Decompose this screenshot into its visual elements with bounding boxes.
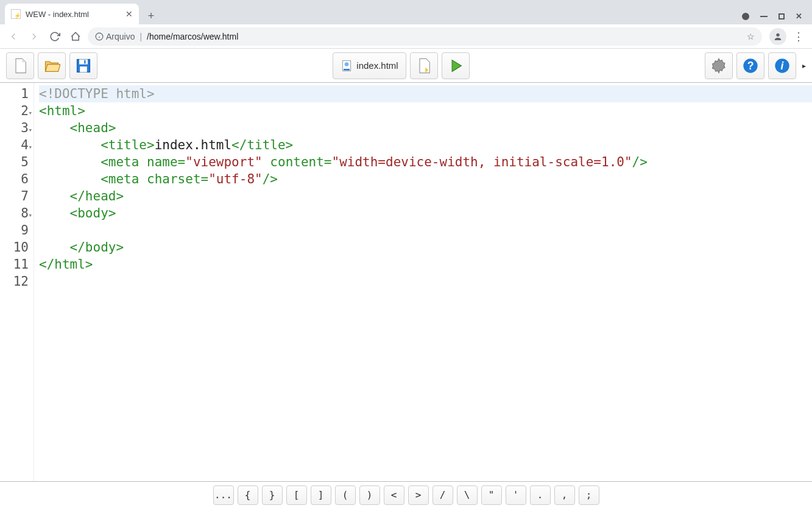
gutter-line: 3▾ bbox=[0, 119, 31, 136]
code-line[interactable]: </head> bbox=[39, 188, 812, 205]
code-line[interactable]: <!DOCTYPE html> bbox=[39, 85, 812, 102]
char-button[interactable]: } bbox=[262, 485, 283, 505]
address-path: /home/marcos/wew.html bbox=[147, 32, 238, 41]
char-button[interactable]: / bbox=[432, 485, 453, 505]
char-button[interactable]: { bbox=[238, 485, 258, 505]
code-line[interactable]: <meta name="viewport" content="width=dev… bbox=[39, 153, 812, 171]
browser-toolbar: Arquivo | /home/marcos/wew.html ☆ ⋮ bbox=[0, 24, 812, 49]
nav-home-button[interactable] bbox=[67, 28, 84, 45]
char-button[interactable]: " bbox=[481, 485, 502, 505]
char-button[interactable]: . bbox=[530, 485, 551, 505]
document-tab[interactable]: index.html bbox=[333, 52, 406, 79]
toolbar-overflow-button[interactable]: ▸ bbox=[802, 62, 806, 70]
gutter-line: 4▾ bbox=[0, 136, 31, 153]
help-button[interactable]: ? bbox=[736, 52, 764, 79]
gutter-line: 12 bbox=[0, 273, 31, 290]
window-close-button[interactable]: ✕ bbox=[796, 12, 802, 21]
settings-button[interactable] bbox=[705, 52, 733, 79]
gutter-line: 1 bbox=[0, 85, 31, 102]
html-file-icon bbox=[341, 60, 353, 72]
gutter-line: 2▾ bbox=[0, 102, 31, 119]
browser-tab-bar: WEW - index.html ✕ + ✕ bbox=[0, 0, 812, 24]
editor-content[interactable]: <!DOCTYPE html><html> <head> <title>inde… bbox=[34, 83, 812, 481]
svg-rect-5 bbox=[79, 59, 88, 64]
window-minimize-button[interactable] bbox=[760, 16, 768, 17]
address-info-icon[interactable]: Arquivo bbox=[95, 32, 135, 41]
document-tab-label: index.html bbox=[356, 60, 398, 71]
window-controls: ✕ bbox=[742, 12, 807, 24]
code-line[interactable]: <html> bbox=[39, 102, 812, 119]
gutter-line: 5 bbox=[0, 153, 31, 171]
char-button[interactable]: > bbox=[408, 485, 429, 505]
code-line[interactable]: </body> bbox=[39, 239, 812, 256]
editor-gutter: 12▾3▾4▾5678▾9101112 bbox=[0, 83, 34, 481]
char-button[interactable]: ) bbox=[359, 485, 380, 505]
char-button[interactable]: ... bbox=[213, 485, 234, 505]
window-incognito-icon[interactable] bbox=[742, 13, 749, 20]
browser-menu-button[interactable]: ⋮ bbox=[790, 28, 807, 45]
code-line[interactable]: </html> bbox=[39, 256, 812, 273]
nav-reload-button[interactable] bbox=[46, 28, 63, 45]
address-scheme-label: Arquivo bbox=[106, 32, 135, 41]
code-line[interactable]: <meta charset="utf-8"/> bbox=[39, 171, 812, 188]
app-toolbar: index.html ? i ▸ bbox=[0, 49, 812, 83]
code-line[interactable]: <head> bbox=[39, 119, 812, 136]
svg-rect-7 bbox=[84, 60, 85, 63]
gutter-line: 7 bbox=[0, 188, 31, 205]
char-button[interactable]: < bbox=[384, 485, 404, 505]
nav-back-button[interactable] bbox=[5, 28, 22, 45]
code-line[interactable]: <body> bbox=[39, 205, 812, 222]
tab-close-icon[interactable]: ✕ bbox=[125, 9, 133, 19]
tab-favicon-icon bbox=[11, 9, 21, 19]
nav-forward-button[interactable] bbox=[26, 28, 43, 45]
bookmark-star-icon[interactable]: ☆ bbox=[747, 32, 755, 41]
code-line[interactable]: <title>index.html</title> bbox=[39, 136, 812, 153]
char-button[interactable]: ; bbox=[579, 485, 599, 505]
browser-tab[interactable]: WEW - index.html ✕ bbox=[5, 4, 139, 24]
code-line[interactable] bbox=[39, 273, 812, 290]
new-tab-button[interactable]: + bbox=[143, 7, 160, 24]
run-button[interactable] bbox=[442, 52, 470, 79]
svg-text:?: ? bbox=[747, 59, 754, 71]
gutter-line: 6 bbox=[0, 171, 31, 188]
gutter-line: 8▾ bbox=[0, 205, 31, 222]
char-button[interactable]: ] bbox=[311, 485, 331, 505]
char-button[interactable]: ' bbox=[506, 485, 526, 505]
svg-rect-6 bbox=[80, 66, 87, 72]
tab-title: WEW - index.html bbox=[26, 10, 89, 19]
gutter-line: 11 bbox=[0, 256, 31, 273]
char-button[interactable]: ( bbox=[335, 485, 356, 505]
svg-rect-10 bbox=[344, 69, 350, 71]
about-button[interactable]: i bbox=[768, 52, 796, 79]
char-button[interactable]: [ bbox=[286, 485, 307, 505]
address-separator: | bbox=[139, 32, 142, 41]
character-bar: ...{}[]()<>/\"'.,; bbox=[0, 481, 812, 508]
char-button[interactable]: \ bbox=[457, 485, 478, 505]
gutter-line: 9 bbox=[0, 222, 31, 239]
char-button[interactable]: , bbox=[554, 485, 575, 505]
profile-button[interactable] bbox=[769, 28, 786, 45]
window-maximize-button[interactable] bbox=[778, 13, 785, 19]
new-html-button[interactable] bbox=[410, 52, 438, 79]
code-line[interactable] bbox=[39, 222, 812, 239]
address-bar[interactable]: Arquivo | /home/marcos/wew.html ☆ bbox=[88, 27, 762, 46]
svg-point-9 bbox=[345, 62, 349, 66]
open-file-button[interactable] bbox=[38, 52, 66, 79]
gutter-line: 10 bbox=[0, 239, 31, 256]
save-file-button[interactable] bbox=[69, 52, 97, 79]
svg-point-3 bbox=[776, 33, 779, 36]
new-file-button[interactable] bbox=[6, 52, 34, 79]
code-editor[interactable]: 12▾3▾4▾5678▾9101112 <!DOCTYPE html><html… bbox=[0, 83, 812, 481]
